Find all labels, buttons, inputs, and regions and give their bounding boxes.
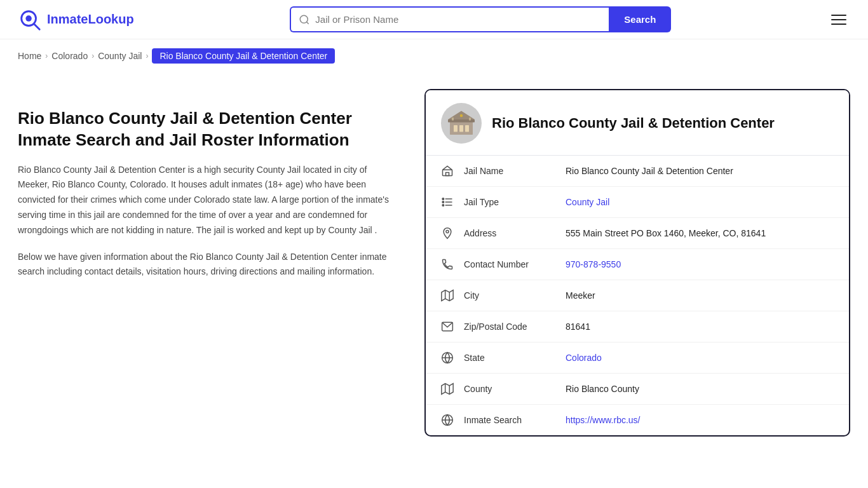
info-row-label-contact: Contact Number bbox=[464, 259, 566, 269]
list-icon bbox=[441, 196, 464, 208]
jail-thumbnail bbox=[441, 103, 482, 144]
breadcrumb: Home › Colorado › County Jail › Rio Blan… bbox=[0, 39, 868, 70]
info-row-value-city: Meeker bbox=[566, 290, 834, 301]
info-row-label-county: County bbox=[464, 384, 566, 394]
info-row-value-jail-type[interactable]: County Jail bbox=[566, 197, 834, 207]
logo-text: InmateLookup bbox=[47, 12, 134, 27]
page-title: Rio Blanco County Jail & Detention Cente… bbox=[18, 108, 399, 151]
info-rows: Jail NameRio Blanco County Jail & Detent… bbox=[426, 156, 849, 435]
svg-rect-11 bbox=[452, 118, 454, 121]
info-row-county: CountyRio Blanco County bbox=[426, 374, 849, 405]
svg-marker-28 bbox=[442, 384, 453, 395]
search-input[interactable] bbox=[315, 8, 601, 31]
info-row-city: CityMeeker bbox=[426, 280, 849, 311]
info-row-value-inmate-search[interactable]: https://www.rbc.us/ bbox=[566, 415, 834, 425]
header: InmateLookup Search bbox=[0, 0, 868, 39]
svg-point-22 bbox=[446, 230, 449, 233]
location-icon bbox=[441, 227, 464, 240]
svg-point-3 bbox=[301, 15, 308, 23]
info-row-jail-name: Jail NameRio Blanco County Jail & Detent… bbox=[426, 156, 849, 187]
search-button[interactable]: Search bbox=[609, 6, 671, 32]
info-card-title: Rio Blanco County Jail & Detention Cente… bbox=[492, 115, 775, 132]
info-row-label-address: Address bbox=[464, 228, 566, 238]
envelope-icon bbox=[441, 320, 464, 333]
svg-line-4 bbox=[307, 22, 309, 24]
left-content: Rio Blanco County Jail & Detention Cente… bbox=[18, 83, 424, 437]
menu-button[interactable] bbox=[827, 11, 850, 29]
svg-rect-12 bbox=[469, 118, 471, 121]
info-card: Rio Blanco County Jail & Detention Cente… bbox=[424, 89, 850, 437]
breadcrumb-sep3: › bbox=[146, 51, 148, 60]
breadcrumb-home[interactable]: Home bbox=[18, 51, 41, 61]
info-row-zip: Zip/Postal Code81641 bbox=[426, 311, 849, 342]
search-icon bbox=[299, 14, 310, 25]
logo-icon bbox=[18, 8, 42, 32]
breadcrumb-sep2: › bbox=[92, 51, 94, 60]
svg-point-1 bbox=[25, 15, 32, 21]
info-row-contact: Contact Number970-878-9550 bbox=[426, 249, 849, 280]
svg-rect-8 bbox=[454, 125, 458, 132]
logo[interactable]: InmateLookup bbox=[18, 8, 134, 32]
svg-rect-10 bbox=[465, 125, 469, 132]
svg-point-19 bbox=[442, 198, 444, 200]
search-area: Search bbox=[290, 6, 671, 32]
svg-point-20 bbox=[442, 201, 444, 203]
info-row-link-state[interactable]: Colorado bbox=[566, 353, 602, 363]
info-row-label-city: City bbox=[464, 290, 566, 301]
info-row-link-jail-type[interactable]: County Jail bbox=[566, 197, 609, 207]
breadcrumb-county-jail[interactable]: County Jail bbox=[98, 51, 142, 61]
info-card-header: Rio Blanco County Jail & Detention Cente… bbox=[426, 90, 849, 156]
page-desc-1: Rio Blanco County Jail & Detention Cente… bbox=[18, 163, 399, 238]
info-row-value-zip: 81641 bbox=[566, 322, 834, 332]
globe-icon bbox=[441, 351, 464, 364]
svg-point-13 bbox=[460, 114, 463, 118]
menu-icon-line1 bbox=[831, 15, 846, 16]
main-content: Rio Blanco County Jail & Detention Cente… bbox=[0, 70, 868, 462]
info-row-value-state[interactable]: Colorado bbox=[566, 353, 834, 363]
info-row-value-address: 555 Main Street PO Box 1460, Meeker, CO,… bbox=[566, 228, 834, 238]
info-row-label-jail-name: Jail Name bbox=[464, 166, 566, 176]
menu-icon-line2 bbox=[831, 19, 846, 20]
search-input-wrap bbox=[290, 6, 609, 32]
info-row-address: Address555 Main Street PO Box 1460, Meek… bbox=[426, 218, 849, 249]
breadcrumb-sep1: › bbox=[45, 51, 48, 60]
info-row-label-zip: Zip/Postal Code bbox=[464, 322, 566, 332]
building-icon bbox=[441, 165, 464, 177]
info-row-label-jail-type: Jail Type bbox=[464, 197, 566, 207]
info-row-jail-type: Jail TypeCounty Jail bbox=[426, 187, 849, 218]
map-icon bbox=[441, 289, 464, 302]
info-row-state: StateColorado bbox=[426, 342, 849, 374]
svg-rect-9 bbox=[459, 125, 463, 132]
phone-icon bbox=[441, 258, 464, 271]
jail-thumbnail-image bbox=[446, 108, 477, 139]
svg-marker-23 bbox=[442, 290, 453, 301]
info-row-value-contact[interactable]: 970-878-9550 bbox=[566, 259, 834, 269]
page-desc-2: Below we have given information about th… bbox=[18, 250, 399, 280]
breadcrumb-colorado[interactable]: Colorado bbox=[51, 51, 88, 61]
svg-line-2 bbox=[34, 24, 40, 29]
info-row-label-inmate-search: Inmate Search bbox=[464, 415, 566, 425]
breadcrumb-current: Rio Blanco County Jail & Detention Cente… bbox=[152, 48, 335, 64]
svg-rect-15 bbox=[446, 173, 449, 176]
info-row-value-county: Rio Blanco County bbox=[566, 384, 834, 394]
info-row-link-inmate-search[interactable]: https://www.rbc.us/ bbox=[566, 415, 640, 425]
info-row-label-state: State bbox=[464, 353, 566, 363]
info-row-inmate-search: Inmate Searchhttps://www.rbc.us/ bbox=[426, 405, 849, 435]
globe2-icon bbox=[441, 414, 464, 426]
map2-icon bbox=[441, 383, 464, 395]
info-row-link-contact[interactable]: 970-878-9550 bbox=[566, 259, 621, 269]
info-row-value-jail-name: Rio Blanco County Jail & Detention Cente… bbox=[566, 166, 834, 176]
svg-point-21 bbox=[442, 205, 444, 207]
menu-icon-line3 bbox=[831, 24, 846, 25]
